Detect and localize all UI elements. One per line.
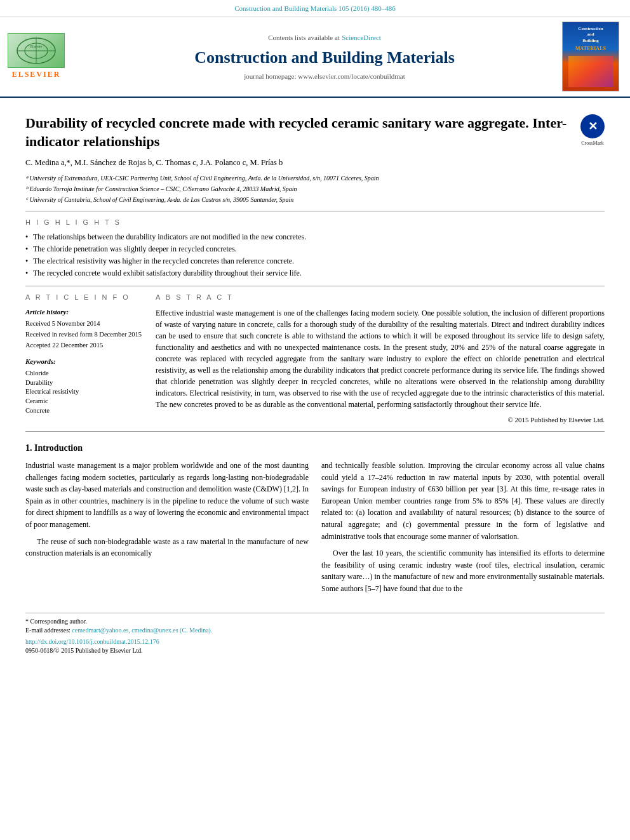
article-info-label: A R T I C L E I N F O xyxy=(25,293,143,302)
doi-line[interactable]: http://dx.doi.org/10.1016/j.conbuildmat.… xyxy=(25,637,605,646)
crossmark-label: CrossMark xyxy=(581,140,604,147)
article-history-label: Article history: xyxy=(25,307,143,317)
publisher-logo-area: Elsevier ELSEVIER xyxy=(8,22,90,91)
journal-header: Elsevier ELSEVIER Contents lists availab… xyxy=(0,17,630,98)
intro-col-right: and technically feasible solution. Impro… xyxy=(321,460,605,600)
journal-cover-image: Construction and Building MATERIALS xyxy=(562,22,619,91)
email-addresses: cemedmart@yahoo.es, cmedina@unex.es (C. … xyxy=(72,627,212,634)
intro-para-3: and technically feasible solution. Impro… xyxy=(321,460,605,542)
copyright-line: © 2015 Published by Elsevier Ltd. xyxy=(156,415,605,425)
sciencedirect-prefix: Contents lists available at xyxy=(268,34,340,41)
cover-materials-text: MATERIALS xyxy=(575,45,606,52)
authors-line: C. Medina a,*, M.I. Sánchez de Rojas b, … xyxy=(25,157,605,169)
cover-title-line1: Construction and Building xyxy=(578,26,603,43)
affiliation-c: ᶜ University of Cantabria, School of Civ… xyxy=(25,195,605,204)
intro-para-2: The reuse of such non-biodegradable wast… xyxy=(25,536,309,559)
top-bar: Construction and Building Materials 105 … xyxy=(0,0,630,17)
abstract-text: Effective industrial waste management is… xyxy=(156,307,605,410)
crossmark-badge[interactable]: ✕ CrossMark xyxy=(580,114,605,147)
accepted-date: Accepted 22 December 2015 xyxy=(25,341,143,350)
corresponding-author-note: * Corresponding author. xyxy=(25,617,605,626)
footer-area: * Corresponding author. E-mail addresses… xyxy=(25,613,605,655)
keywords-label: Keywords: xyxy=(25,357,143,366)
sciencedirect-link[interactable]: ScienceDirect xyxy=(342,34,381,41)
highlights-list: The relationships between the durability… xyxy=(25,231,605,279)
keyword-concrete: Concrete xyxy=(25,406,143,416)
journal-title-area: Contents lists available at ScienceDirec… xyxy=(97,22,553,91)
keyword-electrical: Electrical resistivity xyxy=(25,387,143,397)
elsevier-label: ELSEVIER xyxy=(12,69,61,80)
divider-2 xyxy=(25,286,605,286)
divider-3 xyxy=(25,431,605,432)
main-content: Durability of recycled concrete made wit… xyxy=(0,98,630,661)
abstract-label: A B S T R A C T xyxy=(156,293,605,302)
info-abstract-columns: A R T I C L E I N F O Article history: R… xyxy=(25,293,605,425)
article-title: Durability of recycled concrete made wit… xyxy=(25,114,574,150)
article-title-container: Durability of recycled concrete made wit… xyxy=(25,104,574,157)
received-date: Received 5 November 2014 xyxy=(25,319,143,329)
highlight-item: The electrical resistivity was higher in… xyxy=(25,255,605,267)
introduction-columns: Industrial waste management is a major p… xyxy=(25,460,605,600)
journal-homepage: journal homepage: www.elsevier.com/locat… xyxy=(244,72,405,81)
intro-col-left: Industrial waste management is a major p… xyxy=(25,460,309,600)
introduction-heading: 1. Introduction xyxy=(25,442,605,455)
introduction-section: 1. Introduction Industrial waste managem… xyxy=(25,442,605,599)
revised-date: Received in revised form 8 December 2015 xyxy=(25,330,143,340)
intro-para-4: Over the last 10 years, the scientific c… xyxy=(321,547,605,594)
highlights-section: H I G H L I G H T S The relationships be… xyxy=(25,218,605,279)
highlight-item: The relationships between the durability… xyxy=(25,231,605,243)
highlight-item: The recycled concrete would exhibit sati… xyxy=(25,267,605,279)
abstract-column: A B S T R A C T Effective industrial was… xyxy=(156,293,605,425)
journal-main-title: Construction and Building Materials xyxy=(194,46,455,69)
journal-citation: Construction and Building Materials 105 … xyxy=(234,4,396,12)
intro-para-1: Industrial waste management is a major p… xyxy=(25,460,309,531)
divider-1 xyxy=(25,211,605,211)
journal-cover-area: Construction and Building MATERIALS xyxy=(559,22,622,91)
article-info-column: A R T I C L E I N F O Article history: R… xyxy=(25,293,143,425)
issn-line: 0950-0618/© 2015 Published by Elsevier L… xyxy=(25,646,605,655)
elsevier-logo: Elsevier ELSEVIER xyxy=(8,33,65,80)
elsevier-logo-image: Elsevier xyxy=(8,33,65,68)
svg-text:Elsevier: Elsevier xyxy=(29,44,43,48)
email-label: E-mail addresses: xyxy=(25,627,70,634)
keyword-durability: Durability xyxy=(25,378,143,388)
highlights-label: H I G H L I G H T S xyxy=(25,218,605,227)
corresponding-label: * Corresponding author. xyxy=(25,618,87,625)
highlight-item: The chloride penetration was slightly de… xyxy=(25,243,605,255)
email-note: E-mail addresses: cemedmart@yahoo.es, cm… xyxy=(25,626,605,635)
crossmark-circle: ✕ xyxy=(580,114,605,138)
affiliation-b: ᵇ Eduardo Torroja Institute for Construc… xyxy=(25,184,605,194)
keyword-chloride: Chloride xyxy=(25,369,143,378)
affiliation-a: ᵃ University of Extremadura, UEX-CSIC Pa… xyxy=(25,173,605,183)
crossmark-icon: ✕ xyxy=(588,119,598,135)
keyword-ceramic: Ceramic xyxy=(25,397,143,406)
article-title-row: Durability of recycled concrete made wit… xyxy=(25,104,605,157)
sciencedirect-notice: Contents lists available at ScienceDirec… xyxy=(268,32,381,43)
affiliations: ᵃ University of Extremadura, UEX-CSIC Pa… xyxy=(25,173,605,204)
